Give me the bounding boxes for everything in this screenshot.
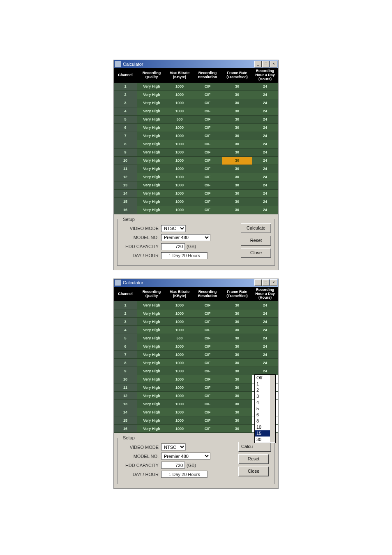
cell-quality[interactable]: Very High — [137, 425, 166, 433]
cell-channel[interactable]: 3 — [114, 318, 137, 326]
cell-bitrate[interactable]: 1000 — [166, 165, 193, 173]
cell-channel[interactable]: 13 — [114, 400, 137, 408]
cell-quality[interactable]: Very High — [137, 91, 166, 99]
cell-hours[interactable]: 24 — [252, 342, 278, 351]
cell-hours[interactable]: 24 — [252, 99, 278, 107]
cell-resolution[interactable]: CIF — [193, 351, 222, 359]
cell-channel[interactable]: 16 — [114, 206, 137, 214]
hdd-input[interactable] — [161, 243, 185, 250]
cell-framerate[interactable]: 30 — [222, 400, 252, 408]
cell-quality[interactable]: Very High — [137, 181, 166, 189]
cell-hours[interactable]: 24 — [252, 326, 278, 334]
close-window-button[interactable]: × — [270, 279, 277, 286]
cell-hours[interactable]: 24 — [252, 334, 278, 342]
cell-quality[interactable]: Very High — [137, 334, 166, 342]
cell-channel[interactable]: 15 — [114, 416, 137, 425]
table-row[interactable]: 3Very High1000CIF3024 — [114, 318, 278, 326]
cell-resolution[interactable]: CIF — [193, 342, 222, 351]
cell-framerate[interactable]: 30 — [222, 181, 252, 189]
table-row[interactable]: 16Very High1000CIF3024 — [114, 206, 278, 214]
table-row[interactable]: 4Very High1000CIF3024 — [114, 326, 278, 334]
cell-framerate[interactable]: 30 — [222, 367, 252, 375]
cell-quality[interactable]: Very High — [137, 132, 166, 140]
cell-resolution[interactable]: CIF — [193, 416, 222, 425]
table-row[interactable]: 8Very High1000CIF3024 — [114, 359, 278, 367]
cell-channel[interactable]: 3 — [114, 99, 137, 107]
video-mode-select[interactable]: NTSC — [161, 444, 186, 451]
cell-hours[interactable]: 24 — [252, 123, 278, 132]
cell-channel[interactable]: 6 — [114, 342, 137, 351]
cell-framerate[interactable]: 30 — [222, 197, 252, 206]
cell-quality[interactable]: Very High — [137, 99, 166, 107]
hdd-input[interactable] — [161, 462, 185, 469]
cell-hours[interactable]: 24 — [252, 309, 278, 318]
cell-channel[interactable]: 5 — [114, 115, 137, 123]
cell-channel[interactable]: 9 — [114, 367, 137, 375]
cell-quality[interactable]: Very High — [137, 309, 166, 318]
cell-resolution[interactable]: CIF — [193, 206, 222, 214]
cell-framerate[interactable]: 30 — [222, 301, 252, 309]
table-row[interactable]: 14Very High1000CIF3024 — [114, 189, 278, 197]
cell-resolution[interactable]: CIF — [193, 91, 222, 99]
cell-bitrate[interactable]: 1000 — [166, 309, 193, 318]
cell-framerate[interactable]: 30 — [222, 309, 252, 318]
cell-channel[interactable]: 15 — [114, 197, 137, 206]
cell-quality[interactable]: Very High — [137, 359, 166, 367]
table-row[interactable]: 13Very High1000CIF303 — [114, 400, 278, 408]
reset-button[interactable]: Reset — [241, 236, 271, 246]
cell-framerate[interactable]: 30 — [222, 115, 252, 123]
cell-bitrate[interactable]: 1000 — [166, 359, 193, 367]
cell-channel[interactable]: 10 — [114, 375, 137, 383]
cell-channel[interactable]: 13 — [114, 181, 137, 189]
table-row[interactable]: 9Very High1000CIF3024 — [114, 367, 278, 375]
cell-quality[interactable]: Very High — [137, 342, 166, 351]
cell-resolution[interactable]: CIF — [193, 173, 222, 181]
cell-resolution[interactable]: CIF — [193, 408, 222, 416]
cell-framerate[interactable]: 30 — [222, 375, 252, 383]
cell-bitrate[interactable]: 1000 — [166, 156, 193, 165]
calculate-button[interactable]: Calculate — [241, 223, 271, 233]
cell-bitrate[interactable]: 1000 — [166, 367, 193, 375]
table-row[interactable]: 15Very High1000CIF3024 — [114, 197, 278, 206]
close-window-button[interactable]: × — [270, 61, 277, 67]
cell-bitrate[interactable]: 1000 — [166, 425, 193, 433]
cell-framerate[interactable]: 30 — [222, 165, 252, 173]
table-row[interactable]: 1Very High1000CIF3024 — [114, 83, 278, 91]
reset-button[interactable]: Reset — [238, 454, 269, 464]
cell-bitrate[interactable]: 1000 — [166, 140, 193, 148]
calculate-button[interactable]: Calcu — [238, 442, 271, 452]
hours-dropdown-popup[interactable]: Off1234568101530 — [254, 374, 276, 443]
cell-bitrate[interactable]: 1000 — [166, 375, 193, 383]
table-row[interactable]: 16Very High1000CIF306 — [114, 425, 278, 433]
cell-quality[interactable]: Very High — [137, 416, 166, 425]
cell-quality[interactable]: Very High — [137, 107, 166, 115]
table-row[interactable]: 2Very High1000CIF3024 — [114, 309, 278, 318]
cell-bitrate[interactable]: 1000 — [166, 123, 193, 132]
cell-resolution[interactable]: CIF — [193, 318, 222, 326]
maximize-button[interactable]: □ — [262, 279, 270, 286]
table-row[interactable]: 11Very High1000CIF301 — [114, 383, 278, 392]
cell-channel[interactable]: 1 — [114, 83, 137, 91]
cell-bitrate[interactable]: 1000 — [166, 351, 193, 359]
model-select[interactable]: Premier 480 — [161, 453, 210, 460]
cell-hours[interactable]: 24 — [252, 351, 278, 359]
minimize-button[interactable]: _ — [254, 61, 262, 67]
cell-framerate[interactable]: 30 — [222, 425, 252, 433]
cell-quality[interactable]: Very High — [137, 206, 166, 214]
cell-channel[interactable]: 10 — [114, 156, 137, 165]
cell-resolution[interactable]: CIF — [193, 140, 222, 148]
cell-bitrate[interactable]: 1000 — [166, 318, 193, 326]
cell-resolution[interactable]: CIF — [193, 400, 222, 408]
table-row[interactable]: 9Very High1000CIF3024 — [114, 148, 278, 156]
maximize-button[interactable]: □ — [262, 61, 270, 67]
cell-resolution[interactable]: CIF — [193, 148, 222, 156]
cell-bitrate[interactable]: 1000 — [166, 301, 193, 309]
cell-hours[interactable]: 24 — [252, 359, 278, 367]
cell-resolution[interactable]: CIF — [193, 115, 222, 123]
cell-resolution[interactable]: CIF — [193, 375, 222, 383]
cell-resolution[interactable]: CIF — [193, 309, 222, 318]
cell-hours[interactable]: 24 — [252, 181, 278, 189]
cell-channel[interactable]: 11 — [114, 383, 137, 392]
cell-bitrate[interactable]: 1000 — [166, 400, 193, 408]
titlebar[interactable]: Calculator _ □ × — [114, 279, 278, 287]
